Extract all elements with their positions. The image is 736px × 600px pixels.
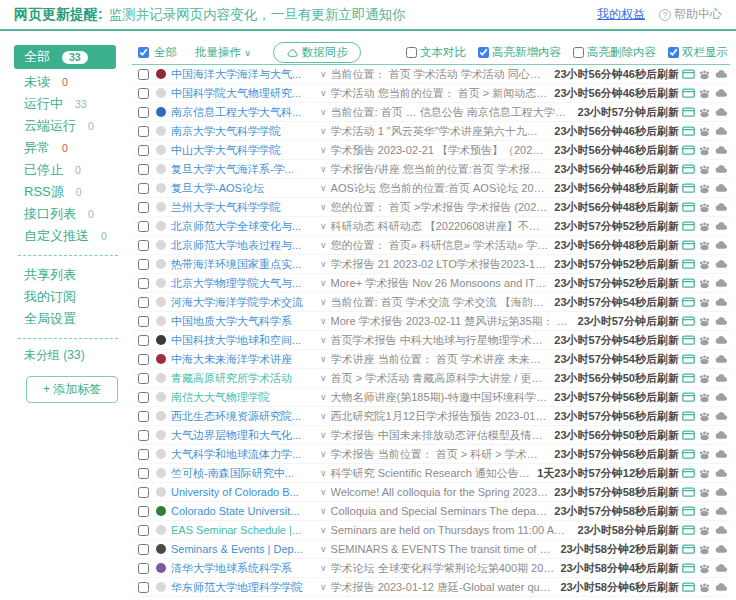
browser-preview-icon[interactable] xyxy=(682,69,695,80)
browser-preview-icon[interactable] xyxy=(682,259,695,270)
sidebar-item-自定义推送[interactable]: 自定义推送 0 xyxy=(14,225,116,247)
chevron-down-icon[interactable]: ∨ xyxy=(320,582,327,592)
chevron-down-icon[interactable]: ∨ xyxy=(320,468,327,478)
table-row[interactable]: 中国科学院大气物理研究... ∨ 学术活动 您当前的位置： 首页 > 新闻动态 … xyxy=(132,84,730,103)
row-checkbox[interactable] xyxy=(138,582,149,593)
bulk-actions-menu[interactable]: 批量操作 ∨ xyxy=(195,45,251,60)
table-row[interactable]: Seminars & Events | Dep... ∨ SEMINARS & … xyxy=(132,540,730,559)
table-row[interactable]: 南京信息工程大学大气科... ∨ 当前位置: 首页 … 信息公告 南京信息工程大… xyxy=(132,103,730,122)
help-center-link[interactable]: ? 帮助中心 xyxy=(659,6,722,23)
site-name-link[interactable]: 兰州大学大气科学学院 xyxy=(171,200,314,215)
chevron-down-icon[interactable]: ∨ xyxy=(320,88,327,98)
row-checkbox[interactable] xyxy=(138,392,149,403)
site-name-link[interactable]: 西北生态环境资源研究院... xyxy=(171,409,314,424)
browser-preview-icon[interactable] xyxy=(682,582,695,593)
chevron-down-icon[interactable]: ∨ xyxy=(320,544,327,554)
browser-preview-icon[interactable] xyxy=(682,411,695,422)
table-row[interactable]: 中山大学大气科学学院 ∨ 学术预告 2023-02-21 【学术预告】（2023… xyxy=(132,141,730,160)
chevron-down-icon[interactable]: ∨ xyxy=(320,164,327,174)
row-checkbox[interactable] xyxy=(138,487,149,498)
site-name-link[interactable]: 大气边界层物理和大气化... xyxy=(171,428,314,443)
site-name-link[interactable]: 中国海洋大学海洋与大气... xyxy=(171,67,314,82)
browser-preview-icon[interactable] xyxy=(682,563,695,574)
site-name-link[interactable]: 中国科技大学地球和空间... xyxy=(171,333,314,348)
hand-icon[interactable] xyxy=(698,487,711,498)
site-name-link[interactable]: 复旦大学-AOS论坛 xyxy=(171,181,314,196)
chevron-down-icon[interactable]: ∨ xyxy=(320,202,327,212)
chevron-down-icon[interactable]: ∨ xyxy=(320,297,327,307)
row-checkbox[interactable] xyxy=(138,335,149,346)
row-checkbox[interactable] xyxy=(138,164,149,175)
hand-icon[interactable] xyxy=(698,411,711,422)
table-row[interactable]: 北京师范大学地表过程与... ∨ 您的位置： 首页» 科研信息» 学术活动» 学… xyxy=(132,236,730,255)
row-checkbox[interactable] xyxy=(138,221,149,232)
site-name-link[interactable]: 大气科学和地球流体力学... xyxy=(171,447,314,462)
table-row[interactable]: 复旦大学大气海洋系-学... ∨ 学术报告/讲座 您当前的位置:首页 学术报告/… xyxy=(132,160,730,179)
table-row[interactable]: 大气边界层物理和大气化... ∨ 学术报告 中国未来排放动态评估模型及情景数据开… xyxy=(132,426,730,445)
cloud-icon[interactable] xyxy=(714,544,728,554)
chevron-down-icon[interactable]: ∨ xyxy=(320,430,327,440)
sidebar-item-ungrouped[interactable]: 未分组 (33) xyxy=(14,347,130,364)
cloud-icon[interactable] xyxy=(714,69,728,79)
hand-icon[interactable] xyxy=(698,468,711,479)
row-checkbox[interactable] xyxy=(138,107,149,118)
cloud-icon[interactable] xyxy=(714,259,728,269)
sidebar-link-共享列表[interactable]: 共享列表 xyxy=(14,264,130,286)
sidebar-item-未读[interactable]: 未读 0 xyxy=(14,71,116,93)
hand-icon[interactable] xyxy=(698,506,711,517)
browser-preview-icon[interactable] xyxy=(682,297,695,308)
sidebar-item-异常[interactable]: 异常 0 xyxy=(14,137,116,159)
table-row[interactable]: 复旦大学-AOS论坛 ∨ AOS论坛 您当前的位置:首页 AOS论坛 2022/… xyxy=(132,179,730,198)
cloud-icon[interactable] xyxy=(714,164,728,174)
hand-icon[interactable] xyxy=(698,202,711,213)
table-row[interactable]: 热带海洋环境国家重点实... ∨ 学术报告 21 2023-02 LTO学术报告… xyxy=(132,255,730,274)
cloud-icon[interactable] xyxy=(714,563,728,573)
browser-preview-icon[interactable] xyxy=(682,468,695,479)
chevron-down-icon[interactable]: ∨ xyxy=(320,69,327,79)
site-name-link[interactable]: 中海大未来海洋学术讲座 xyxy=(171,352,314,367)
site-name-link[interactable]: Colorado State Universit... xyxy=(171,505,314,517)
row-checkbox[interactable] xyxy=(138,316,149,327)
cloud-icon[interactable] xyxy=(714,449,728,459)
browser-preview-icon[interactable] xyxy=(682,221,695,232)
table-row[interactable]: 华东师范大学地理科学学院 ∨ 学术报告 2023-01-12 唐廷-Global… xyxy=(132,578,730,597)
row-checkbox[interactable] xyxy=(138,88,149,99)
cloud-icon[interactable] xyxy=(714,582,728,592)
browser-preview-icon[interactable] xyxy=(682,278,695,289)
hand-icon[interactable] xyxy=(698,240,711,251)
row-checkbox[interactable] xyxy=(138,126,149,137)
hand-icon[interactable] xyxy=(698,88,711,99)
cloud-icon[interactable] xyxy=(714,506,728,516)
row-checkbox[interactable] xyxy=(138,468,149,479)
cloud-icon[interactable] xyxy=(714,240,728,250)
sidebar-item-全部[interactable]: 全部 33 xyxy=(14,45,116,69)
table-row[interactable]: 中海大未来海洋学术讲座 ∨ 学术讲座 当前位置： 首页 学术讲座 未来海洋讲坛第… xyxy=(132,350,730,369)
site-name-link[interactable]: 清华大学地球系统科学系 xyxy=(171,561,314,576)
toolbar-option[interactable]: 文本对比 xyxy=(406,45,466,60)
cloud-icon[interactable] xyxy=(714,373,728,383)
toolbar-option-checkbox[interactable] xyxy=(406,47,417,58)
toolbar-option[interactable]: 高亮新增内容 xyxy=(478,45,561,60)
site-name-link[interactable]: 中国地质大学大气科学系 xyxy=(171,314,314,329)
browser-preview-icon[interactable] xyxy=(682,449,695,460)
hand-icon[interactable] xyxy=(698,392,711,403)
site-name-link[interactable]: EAS Seminar Schedule |... xyxy=(171,524,314,536)
browser-preview-icon[interactable] xyxy=(682,544,695,555)
row-checkbox[interactable] xyxy=(138,354,149,365)
hand-icon[interactable] xyxy=(698,563,711,574)
row-checkbox[interactable] xyxy=(138,525,149,536)
site-name-link[interactable]: 南京大学大气科学学院 xyxy=(171,124,314,139)
row-checkbox[interactable] xyxy=(138,240,149,251)
cloud-icon[interactable] xyxy=(714,297,728,307)
table-row[interactable]: Colorado State Universit... ∨ Colloquia … xyxy=(132,502,730,521)
row-checkbox[interactable] xyxy=(138,373,149,384)
table-row[interactable]: 河海大学海洋学院学术交流 ∨ 当前位置: 首页 学术交流 学术交流 【海韵大讲堂… xyxy=(132,293,730,312)
hand-icon[interactable] xyxy=(698,430,711,441)
cloud-icon[interactable] xyxy=(714,525,728,535)
chevron-down-icon[interactable]: ∨ xyxy=(320,392,327,402)
chevron-down-icon[interactable]: ∨ xyxy=(320,335,327,345)
sidebar-link-我的订阅[interactable]: 我的订阅 xyxy=(14,286,130,308)
site-name-link[interactable]: 青藏高原研究所学术活动 xyxy=(171,371,314,386)
site-name-link[interactable]: 北京师范大学地表过程与... xyxy=(171,238,314,253)
site-name-link[interactable]: 南京信息工程大学大气科... xyxy=(171,105,314,120)
